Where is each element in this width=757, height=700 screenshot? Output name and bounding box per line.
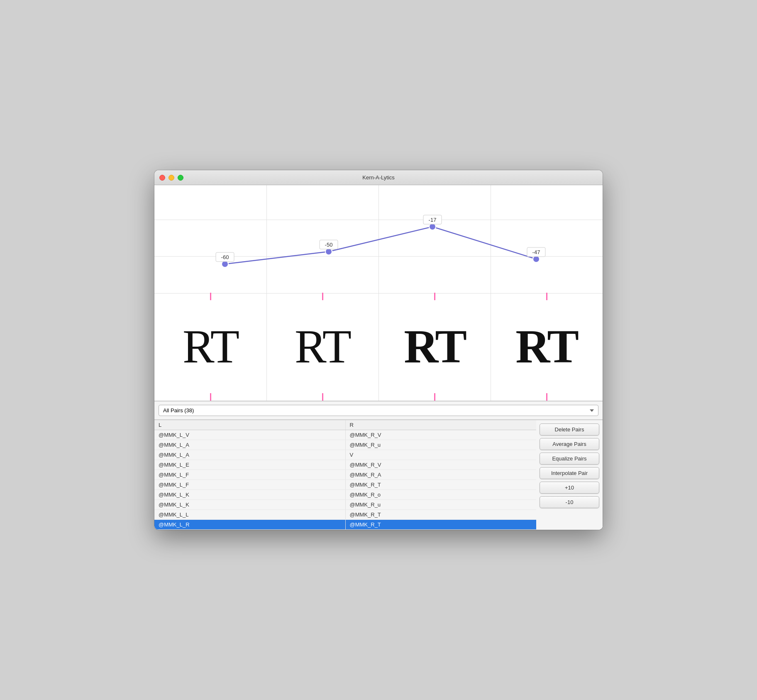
maximize-button[interactable] bbox=[178, 175, 183, 181]
table-row[interactable]: @MMK_L_F @MMK_R_T bbox=[154, 480, 536, 490]
kern-marker-bottom-4 bbox=[546, 393, 547, 401]
cell-l: @MMK_L_L bbox=[154, 510, 346, 519]
svg-text:-50: -50 bbox=[325, 242, 333, 248]
specimen-text-4: RT bbox=[515, 319, 578, 374]
col-header-l: L bbox=[154, 420, 346, 430]
interpolate-pair-button[interactable]: Interpolate Pair bbox=[540, 467, 599, 479]
cell-r: @MMK_R_u bbox=[346, 440, 537, 450]
equalize-pairs-button[interactable]: Equalize Pairs bbox=[540, 453, 599, 465]
cell-l: @MMK_L_V bbox=[154, 430, 346, 440]
type-specimens-row: RT RT RT RT bbox=[154, 293, 603, 401]
specimen-text-2: RT bbox=[295, 319, 350, 374]
main-content: -60 -50 -17 -47 RT bbox=[154, 185, 603, 530]
svg-rect-10 bbox=[527, 247, 545, 257]
cell-r: @MMK_R_V bbox=[346, 430, 537, 440]
cell-l: @MMK_L_K bbox=[154, 500, 346, 509]
cell-r: @MMK_R_T bbox=[346, 510, 537, 519]
svg-text:-47: -47 bbox=[532, 249, 540, 255]
kern-marker-bottom-2 bbox=[322, 393, 323, 401]
cell-r: @MMK_R_V bbox=[346, 460, 537, 470]
svg-text:-60: -60 bbox=[221, 254, 229, 260]
specimen-3: RT bbox=[378, 293, 491, 401]
kern-marker-top-2 bbox=[322, 293, 323, 300]
grid-h2 bbox=[154, 256, 603, 257]
specimen-4: RT bbox=[491, 293, 603, 401]
specimen-text-1: RT bbox=[183, 319, 238, 374]
kern-marker-top-3 bbox=[434, 293, 435, 300]
traffic-lights bbox=[159, 175, 183, 181]
average-pairs-button[interactable]: Average Pairs bbox=[540, 438, 599, 450]
cell-r: @MMK_R_u bbox=[346, 500, 537, 509]
close-button[interactable] bbox=[159, 175, 165, 181]
col-header-r: R bbox=[346, 420, 537, 430]
svg-point-3 bbox=[325, 248, 332, 255]
bottom-panel: All Pairs (38) L R @MMK_L_V @MMK_R_V bbox=[154, 401, 603, 530]
kern-marker-top-4 bbox=[546, 293, 547, 300]
svg-point-0 bbox=[222, 261, 228, 267]
table-header: L R bbox=[154, 420, 536, 430]
grid-h1 bbox=[154, 220, 603, 220]
table-row[interactable]: @MMK_L_A @MMK_R_u bbox=[154, 440, 536, 450]
cell-l: @MMK_L_F bbox=[154, 470, 346, 480]
cell-l: @MMK_L_A bbox=[154, 440, 346, 450]
svg-rect-4 bbox=[320, 240, 338, 249]
chart-area: -60 -50 -17 -47 RT bbox=[154, 185, 603, 401]
table-row-selected[interactable]: @MMK_L_R @MMK_R_T bbox=[154, 520, 536, 530]
app-window: Kern-A-Lytics -60 bbox=[154, 170, 603, 530]
cell-r-selected: @MMK_R_T bbox=[346, 520, 537, 529]
cell-r: @MMK_R_o bbox=[346, 490, 537, 499]
cell-l-selected: @MMK_L_R bbox=[154, 520, 346, 529]
table-row[interactable]: @MMK_L_A V bbox=[154, 450, 536, 460]
table-row[interactable]: @MMK_L_K @MMK_R_o bbox=[154, 490, 536, 500]
specimen-1: RT bbox=[154, 293, 266, 401]
kern-marker-bottom-1 bbox=[210, 393, 211, 401]
cell-l: @MMK_L_F bbox=[154, 480, 346, 490]
kern-marker-bottom-3 bbox=[434, 393, 435, 401]
svg-point-6 bbox=[429, 223, 436, 230]
cell-r: @MMK_R_A bbox=[346, 470, 537, 480]
chart-svg: -60 -50 -17 -47 bbox=[154, 185, 603, 293]
svg-rect-7 bbox=[423, 215, 442, 224]
cell-r: V bbox=[346, 450, 537, 460]
table-row[interactable]: @MMK_L_F @MMK_R_A bbox=[154, 470, 536, 480]
cell-l: @MMK_L_A bbox=[154, 450, 346, 460]
table-row[interactable]: @MMK_L_K @MMK_R_u bbox=[154, 500, 536, 510]
table-row[interactable]: @MMK_L_L @MMK_R_T bbox=[154, 510, 536, 520]
action-buttons: Delete Pairs Average Pairs Equalize Pair… bbox=[536, 420, 603, 530]
svg-point-9 bbox=[533, 256, 540, 262]
specimen-text-3: RT bbox=[404, 319, 465, 374]
minimize-button[interactable] bbox=[168, 175, 174, 181]
table-area: L R @MMK_L_V @MMK_R_V @MMK_L_A @MMK_R_u … bbox=[154, 420, 603, 530]
titlebar: Kern-A-Lytics bbox=[154, 170, 603, 185]
cell-r: @MMK_R_T bbox=[346, 480, 537, 490]
cell-l: @MMK_L_E bbox=[154, 460, 346, 470]
table-row[interactable]: @MMK_L_V @MMK_R_V bbox=[154, 430, 536, 440]
cell-l: @MMK_L_K bbox=[154, 490, 346, 499]
specimen-2: RT bbox=[266, 293, 378, 401]
delete-pairs-button[interactable]: Delete Pairs bbox=[540, 423, 599, 436]
plus-ten-button[interactable]: +10 bbox=[540, 482, 599, 494]
kern-marker-top-1 bbox=[210, 293, 211, 300]
pairs-table-container[interactable]: L R @MMK_L_V @MMK_R_V @MMK_L_A @MMK_R_u … bbox=[154, 420, 536, 530]
window-title: Kern-A-Lytics bbox=[362, 174, 395, 181]
svg-text:-17: -17 bbox=[429, 217, 437, 223]
pairs-dropdown[interactable]: All Pairs (38) bbox=[159, 405, 598, 416]
dropdown-row: All Pairs (38) bbox=[154, 401, 603, 420]
minus-ten-button[interactable]: -10 bbox=[540, 496, 599, 508]
svg-rect-1 bbox=[216, 252, 234, 262]
table-row[interactable]: @MMK_L_E @MMK_R_V bbox=[154, 460, 536, 470]
